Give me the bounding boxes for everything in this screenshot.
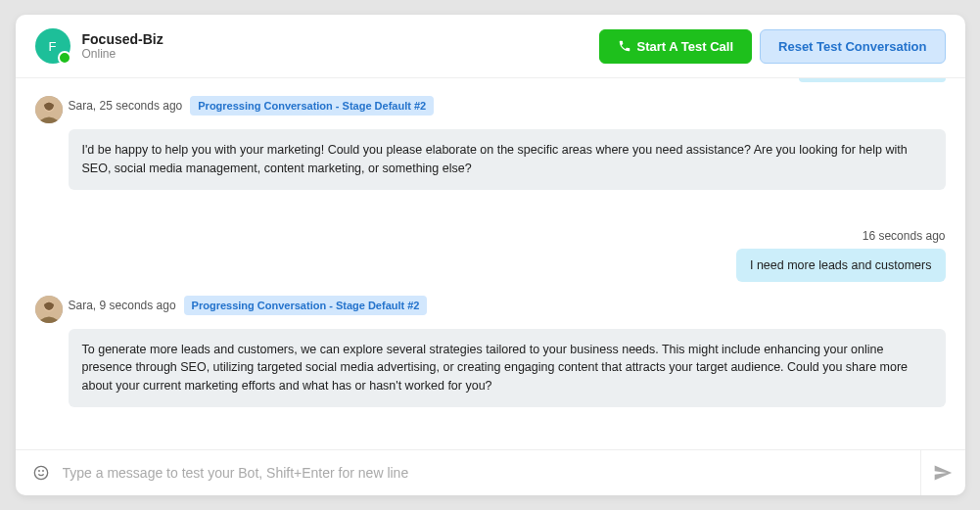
bot-message-block: Sara, 9 seconds ago Progressing Conversa… (35, 296, 946, 407)
bot-name: Focused-Biz (82, 31, 591, 47)
chat-container: F Focused-Biz Online Start A Test Call R… (16, 15, 965, 495)
svg-point-6 (42, 471, 43, 472)
smiley-icon (33, 465, 49, 481)
user-message-block: 16 seconds ago I need more leads and cus… (35, 229, 946, 282)
send-icon (933, 463, 953, 483)
bot-status: Online (82, 47, 591, 61)
message-time: 16 seconds ago (863, 229, 946, 243)
message-avatar (35, 296, 63, 323)
svg-point-4 (34, 466, 47, 479)
message-avatar (35, 96, 63, 123)
avatar-letter: F (49, 39, 57, 54)
message-meta: Sara, 9 seconds ago (69, 299, 176, 312)
emoji-button[interactable] (27, 459, 55, 487)
message-meta: Sara, 25 seconds ago (69, 99, 183, 113)
stage-badge: Progressing Conversation - Stage Default… (184, 296, 428, 315)
messages-area[interactable]: Sara, 25 seconds ago Progressing Convers… (16, 82, 965, 449)
start-call-label: Start A Test Call (637, 39, 733, 54)
send-button[interactable] (920, 450, 965, 495)
phone-icon (618, 39, 631, 53)
bot-message-bubble: To generate more leads and customers, we… (69, 329, 946, 407)
user-message-bubble: I need more leads and customers (736, 249, 946, 282)
reset-conversation-button[interactable]: Reset Test Conversation (760, 29, 945, 64)
reset-label: Reset Test Conversation (778, 39, 926, 54)
start-test-call-button[interactable]: Start A Test Call (599, 29, 752, 64)
message-input[interactable] (55, 451, 920, 494)
chat-header: F Focused-Biz Online Start A Test Call R… (16, 15, 965, 78)
bot-message-bubble: I'd be happy to help you with your marke… (69, 129, 946, 190)
stage-badge: Progressing Conversation - Stage Default… (190, 96, 434, 116)
bot-avatar: F (35, 28, 70, 64)
bot-message-block: Sara, 25 seconds ago Progressing Convers… (35, 96, 946, 190)
profile-info: Focused-Biz Online (82, 31, 591, 61)
input-bar (16, 449, 965, 495)
svg-point-5 (38, 471, 39, 472)
